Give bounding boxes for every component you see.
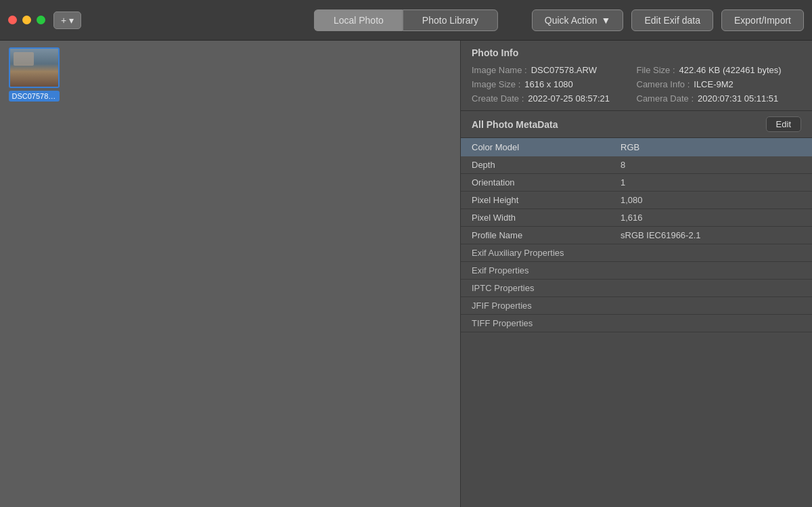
thumbnail-label: DSC07578.... bbox=[9, 91, 60, 102]
metadata-table: Color Model RGB Depth 8 Orientation 1 Pi… bbox=[461, 138, 812, 332]
thumbnail-image bbox=[9, 47, 60, 88]
table-row[interactable]: TIFF Properties bbox=[461, 315, 812, 332]
metadata-key: Pixel Height bbox=[461, 192, 610, 209]
export-import-button[interactable]: Export/Import bbox=[721, 9, 804, 31]
metadata-value: 8 bbox=[610, 156, 812, 174]
tab-local-photo[interactable]: Local Photo bbox=[314, 9, 403, 31]
main-content: DSC07578.... Photo Info Image Name : DSC… bbox=[0, 41, 812, 507]
maximize-button[interactable] bbox=[37, 16, 45, 24]
metadata-key: Orientation bbox=[461, 174, 610, 192]
quick-action-arrow-icon: ▼ bbox=[602, 15, 611, 26]
metadata-value: 1,080 bbox=[610, 192, 812, 209]
photo-info-section: Photo Info Image Name : DSC07578.ARW Fil… bbox=[461, 41, 812, 111]
right-panel: Photo Info Image Name : DSC07578.ARW Fil… bbox=[460, 41, 812, 507]
left-panel: DSC07578.... bbox=[0, 41, 460, 507]
quick-action-label: Quick Action bbox=[545, 15, 597, 26]
table-row[interactable]: Pixel Height 1,080 bbox=[461, 192, 812, 209]
metadata-key-color-model: Color Model bbox=[461, 138, 610, 156]
edit-exif-button[interactable]: Edit Exif data bbox=[631, 9, 713, 31]
metadata-edit-button[interactable]: Edit bbox=[766, 116, 801, 132]
table-row[interactable]: Exif Properties bbox=[461, 262, 812, 280]
image-name-label: Image Name : bbox=[472, 65, 527, 75]
camera-info-value: ILCE-9M2 bbox=[694, 79, 734, 89]
table-row[interactable]: Exif Auxiliary Properties bbox=[461, 244, 812, 262]
image-name-value: DSC07578.ARW bbox=[531, 65, 597, 75]
metadata-header: All Photo MetaData Edit bbox=[461, 111, 812, 138]
camera-info-label: Camera Info : bbox=[637, 79, 690, 89]
image-size-row: Image Size : 1616 x 1080 bbox=[472, 79, 637, 89]
plus-icon: + bbox=[61, 15, 66, 26]
table-row[interactable]: Orientation 1 bbox=[461, 174, 812, 192]
create-date-row: Create Date : 2022-07-25 08:57:21 bbox=[472, 93, 637, 104]
camera-info-row: Camera Info : ILCE-9M2 bbox=[637, 79, 802, 89]
metadata-key: Exif Properties bbox=[461, 262, 610, 280]
photo-info-grid: Image Name : DSC07578.ARW File Size : 42… bbox=[472, 65, 801, 104]
metadata-key: Exif Auxiliary Properties bbox=[461, 244, 610, 262]
table-row[interactable]: JFIF Properties bbox=[461, 297, 812, 315]
metadata-value bbox=[610, 297, 812, 315]
metadata-value: 1,616 bbox=[610, 209, 812, 227]
file-size-row: File Size : 422.46 KB (422461 bytes) bbox=[637, 65, 802, 75]
camera-date-label: Camera Date : bbox=[637, 93, 694, 104]
metadata-key: Profile Name bbox=[461, 227, 610, 244]
photo-thumbnail[interactable]: DSC07578.... bbox=[7, 47, 61, 102]
metadata-highlighted-row[interactable]: Color Model RGB bbox=[461, 138, 812, 156]
tab-group: Local Photo Photo Library bbox=[314, 9, 498, 31]
metadata-value bbox=[610, 262, 812, 280]
metadata-key: IPTC Properties bbox=[461, 280, 610, 297]
right-toolbar: Quick Action ▼ Edit Exif data Export/Imp… bbox=[532, 9, 804, 31]
metadata-value: 1 bbox=[610, 174, 812, 192]
metadata-key: TIFF Properties bbox=[461, 315, 610, 332]
camera-date-value: 2020:07:31 05:11:51 bbox=[698, 93, 778, 104]
photo-info-title: Photo Info bbox=[472, 47, 801, 58]
metadata-value bbox=[610, 315, 812, 332]
image-name-row: Image Name : DSC07578.ARW bbox=[472, 65, 637, 75]
camera-date-row: Camera Date : 2020:07:31 05:11:51 bbox=[637, 93, 802, 104]
table-row[interactable]: Profile Name sRGB IEC61966-2.1 bbox=[461, 227, 812, 244]
file-size-label: File Size : bbox=[637, 65, 675, 75]
title-bar: + ▾ Local Photo Photo Library Quick Acti… bbox=[0, 0, 812, 41]
table-row[interactable]: Pixel Width 1,616 bbox=[461, 209, 812, 227]
traffic-lights bbox=[8, 16, 45, 24]
table-row[interactable]: Depth 8 bbox=[461, 156, 812, 174]
add-dropdown-arrow: ▾ bbox=[69, 15, 74, 26]
metadata-value: sRGB IEC61966-2.1 bbox=[610, 227, 812, 244]
minimize-button[interactable] bbox=[22, 16, 31, 24]
metadata-section: All Photo MetaData Edit Color Model RGB … bbox=[461, 111, 812, 507]
image-size-label: Image Size : bbox=[472, 79, 520, 89]
image-size-value: 1616 x 1080 bbox=[524, 79, 573, 89]
create-date-value: 2022-07-25 08:57:21 bbox=[528, 93, 610, 104]
metadata-value bbox=[610, 244, 812, 262]
file-size-value: 422.46 KB (422461 bytes) bbox=[679, 65, 782, 75]
table-row[interactable]: IPTC Properties bbox=[461, 280, 812, 297]
metadata-title: All Photo MetaData bbox=[472, 119, 558, 130]
create-date-label: Create Date : bbox=[472, 93, 524, 104]
quick-action-button[interactable]: Quick Action ▼ bbox=[532, 9, 624, 31]
metadata-key: JFIF Properties bbox=[461, 297, 610, 315]
metadata-value-color-model: RGB bbox=[610, 138, 812, 156]
add-button[interactable]: + ▾ bbox=[53, 12, 81, 29]
metadata-key: Depth bbox=[461, 156, 610, 174]
metadata-key: Pixel Width bbox=[461, 209, 610, 227]
close-button[interactable] bbox=[8, 16, 17, 24]
tab-photo-library[interactable]: Photo Library bbox=[403, 9, 498, 31]
metadata-value bbox=[610, 280, 812, 297]
